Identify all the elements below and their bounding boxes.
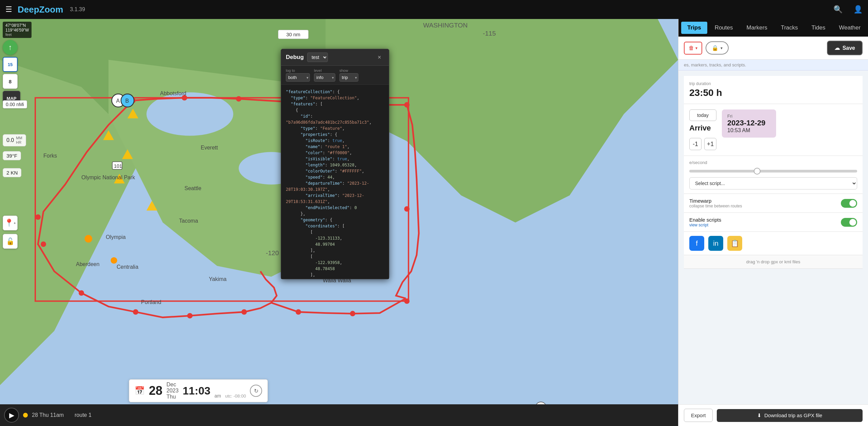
show-select[interactable]: trip route all bbox=[339, 73, 358, 82]
debug-close-btn[interactable]: × bbox=[375, 53, 384, 62]
speed-section: e/second Select script... bbox=[684, 156, 863, 194]
right-panel: Trips Routes Markers Tracks Tides Weathe… bbox=[678, 19, 868, 426]
timewarp-sub: collapse time between routes bbox=[689, 204, 742, 208]
tab-tracks[interactable]: Tracks bbox=[775, 22, 804, 34]
delete-dropdown-icon[interactable]: ▾ bbox=[695, 46, 697, 50]
copy-share-btn[interactable]: 📋 bbox=[727, 236, 742, 251]
svg-text:-115: -115 bbox=[483, 30, 496, 37]
drop-zone[interactable]: drag 'n drop gpx or kml files bbox=[684, 255, 863, 269]
debug-toolbar: log to both console file level info debu… bbox=[281, 66, 389, 85]
svg-text:101: 101 bbox=[114, 163, 122, 169]
timeline-route: route 1 bbox=[75, 412, 92, 418]
trip-duration-label: trip duration bbox=[689, 81, 857, 86]
add-marker-btn[interactable]: 📍+ bbox=[3, 216, 18, 230]
tab-weather[interactable]: Weather bbox=[833, 22, 867, 34]
right-panel-toolbar: 🗑 ▾ 🔒 ▾ ☁ Save bbox=[678, 37, 868, 60]
tab-markers[interactable]: Markers bbox=[741, 22, 773, 34]
svg-text:Aberdeen: Aberdeen bbox=[76, 261, 99, 267]
timewarp-toggle[interactable] bbox=[841, 199, 857, 208]
map-scale-btn[interactable]: 8 bbox=[3, 74, 18, 89]
enable-scripts-section: Enable scripts view script bbox=[684, 213, 863, 232]
debug-output: "featureCollection": { "type": "FeatureC… bbox=[286, 89, 384, 279]
hint-text-content: es, markers, tracks, and scripts. bbox=[684, 62, 746, 67]
log-to-select[interactable]: both console file bbox=[286, 73, 310, 82]
level-select[interactable]: info debug warn error bbox=[314, 73, 335, 82]
svg-point-19 bbox=[35, 215, 41, 220]
debug-content[interactable]: "featureCollection": { "type": "FeatureC… bbox=[281, 85, 389, 279]
datetime-utc: utc: -08:00 bbox=[225, 393, 246, 399]
longitude-text: 119°46'59"W bbox=[5, 28, 29, 33]
facebook-share-btn[interactable]: f bbox=[689, 236, 704, 251]
arrive-minus-btn[interactable]: -1 bbox=[689, 138, 702, 150]
datetime-year: 2023 bbox=[166, 388, 179, 394]
save-label: Save bbox=[843, 45, 855, 51]
linkedin-icon: in bbox=[713, 240, 718, 247]
view-script-link[interactable]: view script bbox=[689, 223, 721, 227]
save-btn[interactable]: ☁ Save bbox=[827, 41, 863, 55]
tab-trips[interactable]: Trips bbox=[681, 22, 707, 34]
play-btn[interactable]: ▶ bbox=[4, 408, 19, 423]
linkedin-share-btn[interactable]: in bbox=[708, 236, 723, 251]
lock-icon: 🔒 bbox=[712, 45, 718, 51]
speed-value: 2 KN bbox=[6, 170, 18, 176]
hint-text: es, markers, tracks, and scripts. bbox=[678, 60, 868, 70]
distance-box: 0.00 nMi bbox=[3, 100, 27, 108]
svg-text:Centralia: Centralia bbox=[117, 264, 138, 270]
export-btn[interactable]: Export bbox=[684, 409, 713, 422]
svg-point-12 bbox=[350, 311, 355, 316]
right-panel-content[interactable]: trip duration 23:50 h today Arrive -1 +1… bbox=[678, 70, 868, 404]
enable-scripts-label: Enable scripts bbox=[689, 217, 721, 223]
svg-text:Yakima: Yakima bbox=[209, 276, 226, 282]
enable-scripts-toggle[interactable] bbox=[841, 218, 857, 227]
arrive-plus-btn[interactable]: +1 bbox=[704, 138, 716, 150]
arrive-date: 2023-12-29 bbox=[727, 119, 771, 127]
svg-point-25 bbox=[85, 235, 92, 242]
level-field: level info debug warn error bbox=[314, 68, 335, 82]
speed-info-box: 2 KN bbox=[3, 168, 21, 177]
arrive-section: today Arrive -1 +1 Fri 2023-12-29 10:53 … bbox=[684, 104, 863, 156]
lock-btn[interactable]: 🔒 ▾ bbox=[706, 41, 729, 55]
today-btn[interactable]: today bbox=[689, 109, 716, 121]
search-icon[interactable]: 🔍 bbox=[833, 5, 843, 14]
speed-slider[interactable] bbox=[689, 170, 857, 173]
copy-icon: 📋 bbox=[731, 239, 739, 247]
app-logo: DeepZoom bbox=[18, 4, 63, 15]
debug-panel: Debug test × log to both console file bbox=[281, 49, 389, 279]
log-to-select-wrap[interactable]: both console file bbox=[286, 73, 310, 82]
svg-point-11 bbox=[404, 299, 410, 304]
script-select[interactable]: Select script... bbox=[689, 177, 857, 189]
delete-btn[interactable]: 🗑 ▾ bbox=[684, 42, 702, 55]
level-select-wrap[interactable]: info debug warn error bbox=[314, 73, 335, 82]
svg-point-18 bbox=[41, 242, 46, 247]
timewarp-info: Timewarp collapse time between routes bbox=[689, 198, 742, 208]
debug-title: Debug bbox=[286, 54, 304, 61]
tab-tides[interactable]: Tides bbox=[805, 22, 831, 34]
calendar-icon[interactable]: 📅 bbox=[135, 386, 145, 395]
show-select-wrap[interactable]: trip route all bbox=[339, 73, 358, 82]
save-cloud-icon: ☁ bbox=[834, 45, 840, 51]
refresh-btn[interactable]: ↻ bbox=[250, 385, 262, 397]
svg-text:Abbotsford: Abbotsford bbox=[160, 90, 186, 96]
download-btn[interactable]: ⬇ Download trip as GPX file bbox=[717, 409, 863, 422]
debug-script-selector-wrap[interactable]: test bbox=[307, 53, 328, 62]
nm-input[interactable] bbox=[278, 30, 309, 39]
datetime-display: 📅 28 Dec 2023 Thu 11:03 am utc: -08:00 ↻ bbox=[129, 379, 268, 402]
debug-header: Debug test × bbox=[281, 49, 389, 66]
log-to-field: log to both console file bbox=[286, 68, 310, 82]
lock-dropdown-icon[interactable]: ▾ bbox=[721, 46, 723, 50]
tab-routes[interactable]: Routes bbox=[709, 22, 739, 34]
app-version: 3.1.39 bbox=[70, 6, 85, 13]
wind-unit: MMHR bbox=[16, 136, 22, 145]
wind-info-box: 0.0 MMHR bbox=[3, 134, 26, 146]
menu-icon[interactable]: ☰ bbox=[5, 5, 12, 14]
north-arrow-btn[interactable]: ↑ bbox=[3, 40, 18, 55]
zoom-number-btn[interactable]: 15 bbox=[3, 57, 18, 72]
svg-text:Portland: Portland bbox=[141, 299, 161, 305]
debug-script-select[interactable]: test bbox=[307, 53, 328, 62]
log-to-label: log to bbox=[286, 68, 310, 73]
units-text: feet bbox=[5, 33, 29, 37]
svg-point-15 bbox=[187, 313, 193, 319]
map-lock-btn[interactable]: 🔓 bbox=[3, 234, 18, 249]
user-icon[interactable]: 👤 bbox=[853, 5, 863, 14]
arrive-label: Arrive bbox=[689, 124, 716, 133]
